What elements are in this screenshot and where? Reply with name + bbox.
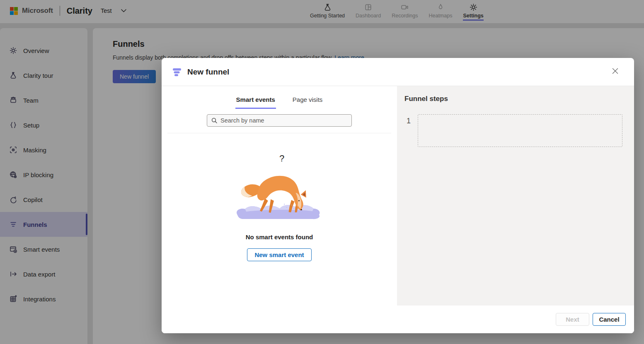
new-smart-event-button[interactable]: New smart event: [247, 248, 311, 261]
next-button[interactable]: Next: [556, 313, 589, 326]
fox-illustration: [235, 166, 324, 221]
funnel-step-row: 1: [404, 114, 622, 147]
tab-page-visits[interactable]: Page visits: [292, 94, 324, 109]
empty-state: ?: [162, 153, 397, 261]
funnel-steps-title: Funnel steps: [404, 95, 622, 103]
close-icon[interactable]: [610, 67, 620, 77]
dialog-title: New funnel: [187, 67, 229, 77]
empty-message: No smart events found: [162, 233, 397, 241]
tabs: Smart events Page visits: [162, 94, 397, 109]
step-number: 1: [404, 117, 413, 125]
new-funnel-dialog: New funnel Smart events Page visits ?: [162, 58, 634, 333]
event-picker-pane: Smart events Page visits ?: [162, 86, 397, 306]
divider: [167, 133, 391, 133]
dialog-body: Smart events Page visits ?: [162, 86, 634, 306]
dialog-header: New funnel: [162, 58, 634, 86]
search-icon: [211, 118, 217, 123]
cancel-button[interactable]: Cancel: [593, 313, 626, 326]
tab-smart-events[interactable]: Smart events: [235, 94, 276, 109]
dialog-footer: Next Cancel: [162, 306, 634, 333]
search-box: [207, 114, 352, 127]
funnel-steps-pane: Funnel steps 1: [397, 86, 634, 306]
question-mark: ?: [164, 153, 399, 164]
funnel-icon: [172, 67, 182, 77]
step-drop-slot[interactable]: [418, 114, 622, 147]
search-input[interactable]: [220, 117, 347, 124]
